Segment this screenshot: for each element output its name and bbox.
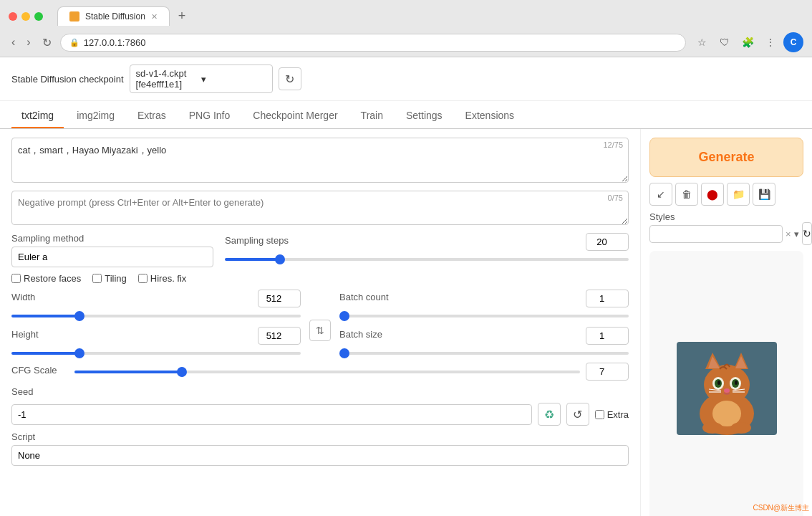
sampling-steps-slider[interactable]	[225, 258, 629, 261]
batch-count-label: Batch count	[339, 292, 389, 302]
tab-favicon	[69, 11, 79, 22]
tiling-checkbox[interactable]: Tiling	[92, 273, 127, 284]
minimize-button[interactable]	[21, 12, 30, 21]
styles-dropdown-button[interactable]: ▾	[794, 229, 799, 239]
generated-image	[677, 342, 777, 435]
folder-button[interactable]: 📁	[727, 183, 750, 206]
save-button[interactable]: 💾	[753, 183, 775, 206]
script-label: Script	[11, 431, 629, 442]
svg-point-18	[712, 401, 741, 426]
browser-actions: ☆ 🛡 🧩 ⋮ C	[692, 32, 803, 52]
checkpoint-refresh-button[interactable]: ↻	[279, 67, 301, 90]
seed-input[interactable]	[11, 404, 532, 425]
stop-icon: ⬤	[707, 188, 718, 200]
negative-prompt-box: 0/75	[11, 191, 629, 227]
generate-button[interactable]: Generate	[649, 138, 803, 177]
forward-button[interactable]: ›	[24, 34, 33, 50]
tab-title: Stable Diffusion	[85, 11, 145, 22]
back-button[interactable]: ‹	[9, 34, 18, 50]
svg-point-19	[702, 422, 722, 434]
address-bar: ‹ › ↻ 🔒 127.0.0.1:7860 ☆ 🛡 🧩 ⋮ C	[0, 29, 812, 57]
send-back-button[interactable]: ↙	[649, 183, 672, 206]
trash-icon: 🗑	[682, 188, 692, 200]
styles-input-row: × ▾ ↻	[649, 222, 803, 245]
cfg-input[interactable]	[586, 363, 629, 381]
positive-prompt-input[interactable]: cat，smart，Hayao Miyazaki，yello	[11, 138, 629, 183]
shield-icon[interactable]: 🛡	[715, 32, 735, 52]
script-select[interactable]: None Prompt matrix X/Y/Z plot	[11, 445, 629, 466]
image-area	[649, 251, 803, 516]
url-bar[interactable]: 🔒 127.0.0.1:7860	[60, 34, 686, 52]
checkpoint-dropdown-icon: ▾	[201, 74, 266, 85]
width-input[interactable]	[258, 290, 301, 307]
batch-size-label: Batch size	[339, 329, 382, 340]
styles-refresh-button[interactable]: ↻	[802, 222, 812, 245]
left-panel: 12/75 cat，smart，Hayao Miyazaki，yello 0/7…	[0, 129, 640, 516]
extension-icon[interactable]: 🧩	[738, 32, 758, 52]
sampling-method-select[interactable]: Euler a Euler LMS Heun DPM2	[11, 247, 213, 267]
sampling-method-group: Sampling method Euler a Euler LMS Heun D…	[11, 233, 213, 267]
tab-extensions[interactable]: Extensions	[455, 104, 524, 128]
tab-checkpoint-merger[interactable]: Checkpoint Merger	[243, 104, 347, 128]
sampling-steps-input[interactable]	[586, 233, 629, 251]
svg-point-2	[704, 365, 750, 405]
tab-extras[interactable]: Extras	[127, 104, 176, 128]
toolbar-row: ↙ 🗑 ⬤ 📁 💾	[649, 183, 803, 206]
checkpoint-bar: Stable Diffusion checkpoint sd-v1-4.ckpt…	[0, 57, 812, 101]
new-tab-button[interactable]: +	[173, 6, 192, 27]
svg-point-12	[735, 381, 738, 385]
positive-prompt-counter: 12/75	[603, 140, 623, 149]
folder-icon: 📁	[733, 188, 745, 200]
styles-section: Styles × ▾ ↻	[649, 211, 803, 245]
tab-img2img[interactable]: img2img	[67, 104, 125, 128]
traffic-lights	[9, 12, 43, 21]
height-input[interactable]	[258, 327, 301, 345]
url-text: 127.0.0.1:7860	[84, 37, 146, 48]
tab-settings[interactable]: Settings	[396, 104, 453, 128]
tab-bar: Stable Diffusion ✕ +	[49, 6, 200, 27]
tab-train[interactable]: Train	[351, 104, 393, 128]
script-section: Script None Prompt matrix X/Y/Z plot	[11, 431, 629, 466]
height-slider[interactable]	[11, 352, 301, 355]
trash-button[interactable]: 🗑	[675, 183, 698, 206]
tab-png-info[interactable]: PNG Info	[179, 104, 241, 128]
more-icon[interactable]: ⋮	[760, 32, 780, 52]
lock-icon: 🔒	[69, 38, 79, 47]
negative-prompt-input[interactable]	[11, 191, 629, 225]
batch-size-slider[interactable]	[339, 352, 629, 355]
restore-faces-checkbox[interactable]: Restore faces	[11, 273, 81, 284]
cfg-section: CFG Scale	[11, 363, 629, 381]
browser-tab[interactable]: Stable Diffusion ✕	[57, 6, 170, 26]
styles-clear-button[interactable]: ×	[786, 229, 791, 239]
checkpoint-select[interactable]: sd-v1-4.ckpt [fe4efff1e1] ▾	[130, 64, 273, 93]
tab-close-icon[interactable]: ✕	[151, 12, 158, 22]
close-button[interactable]	[9, 12, 17, 21]
hires-fix-checkbox[interactable]: Hires. fix	[138, 273, 187, 284]
batch-size-input[interactable]	[586, 327, 629, 345]
content: 12/75 cat，smart，Hayao Miyazaki，yello 0/7…	[0, 129, 812, 516]
seed-recycle-button[interactable]: ♻	[538, 403, 561, 426]
maximize-button[interactable]	[34, 12, 43, 21]
svg-point-13	[724, 388, 730, 393]
tab-txt2img[interactable]: txt2img	[11, 104, 64, 128]
sampling-steps-label: Sampling steps	[225, 235, 289, 246]
cfg-label: CFG Scale	[11, 365, 69, 376]
seed-reset-button[interactable]: ↺	[566, 403, 589, 426]
seed-label: Seed	[11, 386, 629, 397]
width-slider[interactable]	[11, 315, 301, 317]
swap-dimensions-button[interactable]: ⇅	[309, 320, 331, 341]
batch-count-slider[interactable]	[339, 315, 629, 317]
extra-checkbox[interactable]: Extra	[595, 409, 629, 420]
svg-point-11	[717, 381, 720, 385]
checkpoint-value: sd-v1-4.ckpt [fe4efff1e1]	[136, 68, 201, 90]
cfg-slider[interactable]	[74, 371, 580, 373]
dimensions-sliders: Width Height ⇅ Batch count	[11, 290, 629, 357]
width-label: Width	[11, 292, 35, 302]
styles-input[interactable]	[649, 225, 783, 243]
batch-count-input[interactable]	[586, 290, 629, 307]
bookmark-icon[interactable]: ☆	[692, 32, 712, 52]
reload-button[interactable]: ↻	[39, 34, 54, 51]
profile-button[interactable]: C	[783, 32, 803, 52]
stop-button[interactable]: ⬤	[701, 183, 724, 206]
checkboxes-row: Restore faces Tiling Hires. fix	[11, 273, 629, 284]
